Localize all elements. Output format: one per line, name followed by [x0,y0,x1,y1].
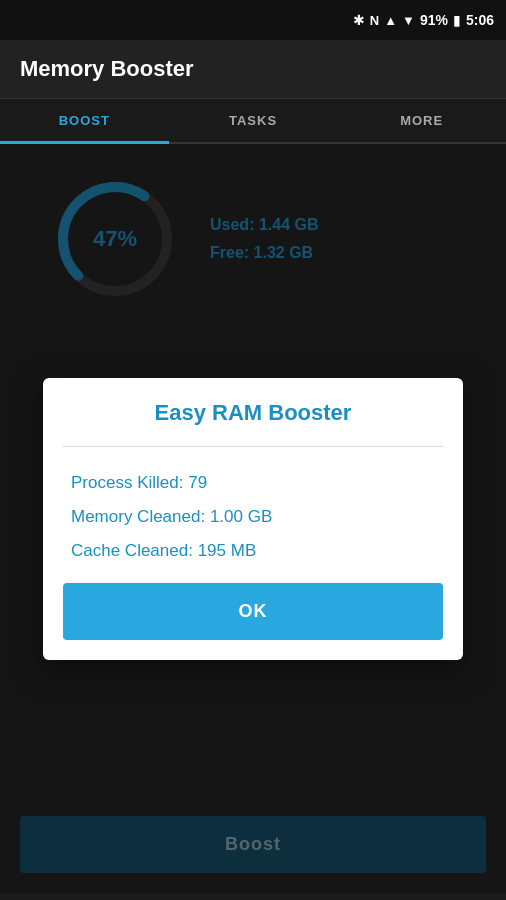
dialog-title: Easy RAM Booster [43,378,463,436]
dialog-divider [63,446,443,447]
tab-bar: BOOST TASKS MORE [0,99,506,144]
clock: 5:06 [466,12,494,28]
main-content: 47% Used: 1.44 GB Free: 1.32 GB Boost Ea… [0,144,506,893]
status-bar: ✱ N ▲ ▼ 91% ▮ 5:06 [0,0,506,40]
process-killed-label: Process Killed: [71,473,188,492]
bluetooth-icon: ✱ [353,12,365,28]
tab-tasks[interactable]: TASKS [169,99,338,142]
dialog: Easy RAM Booster Process Killed: 79 Memo… [43,378,463,660]
app-header: Memory Booster [0,40,506,99]
battery-percent: 91% [420,12,448,28]
cache-cleaned-value: 195 MB [198,541,257,560]
tab-more[interactable]: MORE [337,99,506,142]
process-killed-stat: Process Killed: 79 [71,473,435,493]
app-title: Memory Booster [20,56,486,82]
cache-cleaned-stat: Cache Cleaned: 195 MB [71,541,435,561]
dialog-body: Process Killed: 79 Memory Cleaned: 1.00 … [43,457,463,583]
cache-cleaned-label: Cache Cleaned: [71,541,198,560]
tab-boost[interactable]: BOOST [0,99,169,142]
process-killed-value: 79 [188,473,207,492]
memory-cleaned-stat: Memory Cleaned: 1.00 GB [71,507,435,527]
ok-button[interactable]: OK [63,583,443,640]
status-icons: ✱ N ▲ ▼ 91% ▮ 5:06 [353,12,494,28]
dialog-overlay: Easy RAM Booster Process Killed: 79 Memo… [0,144,506,893]
battery-icon: ▮ [453,12,461,28]
memory-cleaned-value: 1.00 GB [210,507,272,526]
network-icon: N [370,13,379,28]
wifi-icon: ▲ [384,13,397,28]
signal-icon: ▼ [402,13,415,28]
memory-cleaned-label: Memory Cleaned: [71,507,210,526]
